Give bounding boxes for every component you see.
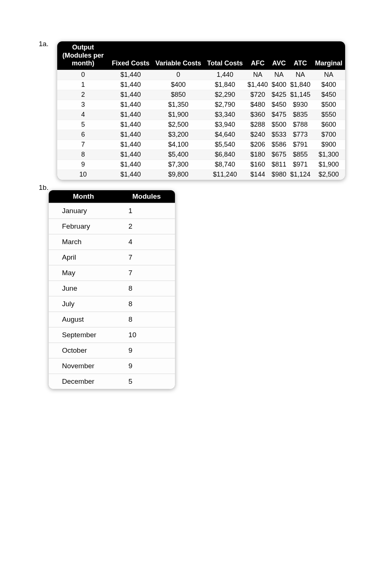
table-row: December5	[49, 374, 175, 389]
cell-atc: $1,840	[288, 80, 312, 90]
cell-variable: $9,800	[152, 170, 204, 180]
cell-total: $3,940	[204, 120, 245, 130]
cell-output: 9	[57, 160, 109, 170]
cell-modules: 8	[118, 312, 175, 327]
cell-output: 7	[57, 140, 109, 150]
table-row: 0$1,44001,440NANANANA	[57, 70, 345, 80]
cell-avc: NA	[270, 70, 288, 80]
table-row: September10	[49, 327, 175, 343]
cell-atc: $1,124	[288, 170, 312, 180]
cell-atc: $773	[288, 130, 312, 140]
cell-fixed: $1,440	[109, 170, 152, 180]
month-table: Month Modules January1February2March4Apr…	[49, 190, 175, 389]
cell-variable: $5,400	[152, 150, 204, 160]
cell-modules: 2	[118, 219, 175, 234]
cell-marginal: $400	[312, 80, 345, 90]
cell-month: March	[49, 234, 118, 250]
cell-atc: $788	[288, 120, 312, 130]
cell-month: June	[49, 281, 118, 296]
cell-total: $4,640	[204, 130, 245, 140]
cell-avc: $533	[270, 130, 288, 140]
col-atc: ATC	[288, 41, 312, 70]
col-total-costs: Total Costs	[204, 41, 245, 70]
cell-avc: $475	[270, 110, 288, 120]
cell-atc: $835	[288, 110, 312, 120]
cell-month: January	[49, 203, 118, 219]
cell-afc: $240	[246, 130, 270, 140]
cell-month: May	[49, 265, 118, 281]
table-row: 4$1,440$1,900$3,340$360$475$835$550	[57, 110, 345, 120]
cell-modules: 9	[118, 343, 175, 358]
cell-month: August	[49, 312, 118, 327]
table-row: April7	[49, 250, 175, 265]
table-row: May7	[49, 265, 175, 281]
cell-modules: 8	[118, 296, 175, 312]
cell-modules: 7	[118, 265, 175, 281]
col-month: Month	[49, 190, 118, 203]
cell-avc: $425	[270, 90, 288, 100]
cell-variable: $3,200	[152, 130, 204, 140]
table-row: 7$1,440$4,100$5,540$206$586$791$900	[57, 140, 345, 150]
table-row: 2$1,440$850$2,290$720$425$1,145$450	[57, 90, 345, 100]
cell-avc: $675	[270, 150, 288, 160]
cell-month: November	[49, 358, 118, 374]
col-marginal: Marginal	[312, 41, 345, 70]
cell-atc: $930	[288, 100, 312, 110]
col-fixed-costs: Fixed Costs	[109, 41, 152, 70]
cell-month: April	[49, 250, 118, 265]
cell-total: $3,340	[204, 110, 245, 120]
cell-month: July	[49, 296, 118, 312]
cell-afc: $160	[246, 160, 270, 170]
cell-avc: $400	[270, 80, 288, 90]
cell-modules: 7	[118, 250, 175, 265]
cell-output: 1	[57, 80, 109, 90]
cell-output: 10	[57, 170, 109, 180]
table-row: February2	[49, 219, 175, 234]
cell-total: $2,290	[204, 90, 245, 100]
cell-fixed: $1,440	[109, 70, 152, 80]
cell-marginal: $600	[312, 120, 345, 130]
section-label-1a: 1a.	[39, 40, 48, 48]
cell-avc: $811	[270, 160, 288, 170]
cell-modules: 1	[118, 203, 175, 219]
table-row: 5$1,440$2,500$3,940$288$500$788$600	[57, 120, 345, 130]
cell-modules: 10	[118, 327, 175, 343]
cell-total: $5,540	[204, 140, 245, 150]
col-avc: AVC	[270, 41, 288, 70]
table-row: 1$1,440$400$1,840$1,440$400$1,840$400	[57, 80, 345, 90]
cell-afc: NA	[246, 70, 270, 80]
cell-fixed: $1,440	[109, 110, 152, 120]
month-table-container: Month Modules January1February2March4Apr…	[49, 190, 175, 389]
cell-total: $8,740	[204, 160, 245, 170]
cell-atc: $791	[288, 140, 312, 150]
cell-month: October	[49, 343, 118, 358]
cell-month: September	[49, 327, 118, 343]
table-row: 10$1,440$9,800$11,240$144$980$1,124$2,50…	[57, 170, 345, 180]
cell-output: 2	[57, 90, 109, 100]
cell-atc: $1,145	[288, 90, 312, 100]
cell-atc: NA	[288, 70, 312, 80]
cell-variable: $7,300	[152, 160, 204, 170]
cell-fixed: $1,440	[109, 160, 152, 170]
table-row: 6$1,440$3,200$4,640$240$533$773$700	[57, 130, 345, 140]
cell-afc: $360	[246, 110, 270, 120]
cell-marginal: $550	[312, 110, 345, 120]
cell-modules: 9	[118, 358, 175, 374]
cell-afc: $206	[246, 140, 270, 150]
col-modules: Modules	[118, 190, 175, 203]
cell-afc: $720	[246, 90, 270, 100]
table-row: 3$1,440$1,350$2,790$480$450$930$500	[57, 100, 345, 110]
cell-output: 8	[57, 150, 109, 160]
table-row: November9	[49, 358, 175, 374]
cell-marginal: $500	[312, 100, 345, 110]
table-row: 9$1,440$7,300$8,740$160$811$971$1,900	[57, 160, 345, 170]
cell-modules: 8	[118, 281, 175, 296]
cell-marginal: $1,300	[312, 150, 345, 160]
table-row: July8	[49, 296, 175, 312]
cell-avc: $980	[270, 170, 288, 180]
cell-modules: 5	[118, 374, 175, 389]
table-row: June8	[49, 281, 175, 296]
table-row: 8$1,440$5,400$6,840$180$675$855$1,300	[57, 150, 345, 160]
cell-afc: $1,440	[246, 80, 270, 90]
cell-afc: $288	[246, 120, 270, 130]
